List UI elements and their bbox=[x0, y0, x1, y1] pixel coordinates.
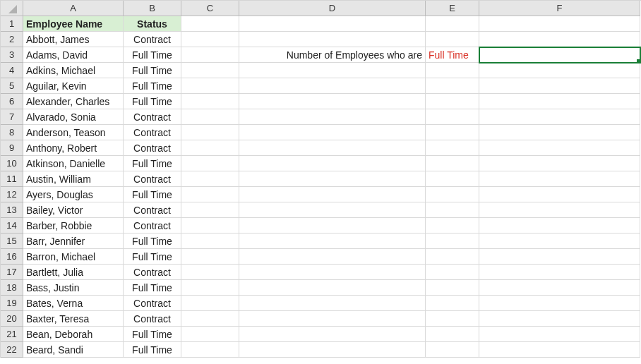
cell-B19[interactable]: Contract bbox=[124, 296, 181, 311]
cell-F18[interactable] bbox=[479, 280, 640, 296]
cell-E12[interactable] bbox=[426, 187, 479, 202]
cell-E6[interactable] bbox=[426, 94, 479, 109]
cell-A18[interactable]: Bass, Justin bbox=[23, 280, 124, 296]
cell-F16[interactable] bbox=[479, 249, 640, 265]
col-header-E[interactable]: E bbox=[426, 1, 479, 16]
cell-F5[interactable] bbox=[479, 78, 640, 94]
cell-D21[interactable] bbox=[239, 327, 426, 342]
cell-A16[interactable]: Barron, Michael bbox=[23, 249, 124, 265]
cell-E11[interactable] bbox=[426, 171, 479, 187]
cell-B22[interactable]: Full Time bbox=[124, 342, 181, 358]
cell-D1[interactable] bbox=[239, 16, 426, 32]
row-header-3[interactable]: 3 bbox=[1, 47, 23, 63]
cell-C15[interactable] bbox=[181, 233, 239, 249]
cell-B13[interactable]: Contract bbox=[124, 202, 181, 218]
cell-A17[interactable]: Bartlett, Julia bbox=[23, 265, 124, 280]
cell-C3[interactable] bbox=[181, 47, 239, 63]
selected-cell[interactable] bbox=[479, 47, 640, 63]
cell-A12[interactable]: Ayers, Douglas bbox=[23, 187, 124, 202]
cell-A22[interactable]: Beard, Sandi bbox=[23, 342, 124, 358]
cell-D2[interactable] bbox=[239, 32, 426, 47]
cell-C12[interactable] bbox=[181, 187, 239, 202]
cell-E13[interactable] bbox=[426, 202, 479, 218]
cell-F7[interactable] bbox=[479, 109, 640, 125]
cell-E10[interactable] bbox=[426, 156, 479, 171]
cell-E20[interactable] bbox=[426, 311, 479, 327]
cell-D22[interactable] bbox=[239, 342, 426, 358]
cell-B15[interactable]: Full Time bbox=[124, 233, 181, 249]
cell-C18[interactable] bbox=[181, 280, 239, 296]
cell-A3[interactable]: Adams, David bbox=[23, 47, 124, 63]
cell-D9[interactable] bbox=[239, 140, 426, 156]
cell-A4[interactable]: Adkins, Michael bbox=[23, 63, 124, 78]
cell-A5[interactable]: Aguilar, Kevin bbox=[23, 78, 124, 94]
cell-D6[interactable] bbox=[239, 94, 426, 109]
cell-B8[interactable]: Contract bbox=[124, 125, 181, 140]
cell-E5[interactable] bbox=[426, 78, 479, 94]
cell-C2[interactable] bbox=[181, 32, 239, 47]
cell-E15[interactable] bbox=[426, 233, 479, 249]
cell-D8[interactable] bbox=[239, 125, 426, 140]
row-header-6[interactable]: 6 bbox=[1, 94, 23, 109]
cell-C20[interactable] bbox=[181, 311, 239, 327]
cell-F20[interactable] bbox=[479, 311, 640, 327]
cell-D18[interactable] bbox=[239, 280, 426, 296]
cell-B10[interactable]: Full Time bbox=[124, 156, 181, 171]
cell-F1[interactable] bbox=[479, 16, 640, 32]
cell-B12[interactable]: Full Time bbox=[124, 187, 181, 202]
cell-D20[interactable] bbox=[239, 311, 426, 327]
cell-E2[interactable] bbox=[426, 32, 479, 47]
cell-A21[interactable]: Bean, Deborah bbox=[23, 327, 124, 342]
row-header-22[interactable]: 22 bbox=[1, 342, 23, 358]
cell-F22[interactable] bbox=[479, 342, 640, 358]
cell-B7[interactable]: Contract bbox=[124, 109, 181, 125]
cell-F8[interactable] bbox=[479, 125, 640, 140]
cell-B17[interactable]: Contract bbox=[124, 265, 181, 280]
cell-A15[interactable]: Barr, Jennifer bbox=[23, 233, 124, 249]
cell-C17[interactable] bbox=[181, 265, 239, 280]
cell-E19[interactable] bbox=[426, 296, 479, 311]
cell-C21[interactable] bbox=[181, 327, 239, 342]
col-header-C[interactable]: C bbox=[181, 1, 239, 16]
cell-C8[interactable] bbox=[181, 125, 239, 140]
row-header-8[interactable]: 8 bbox=[1, 125, 23, 140]
row-header-12[interactable]: 12 bbox=[1, 187, 23, 202]
cell-F6[interactable] bbox=[479, 94, 640, 109]
cell-E4[interactable] bbox=[426, 63, 479, 78]
cell-F13[interactable] bbox=[479, 202, 640, 218]
cell-E17[interactable] bbox=[426, 265, 479, 280]
cell-D12[interactable] bbox=[239, 187, 426, 202]
col-header-D[interactable]: D bbox=[239, 1, 426, 16]
cell-A19[interactable]: Bates, Verna bbox=[23, 296, 124, 311]
cell-C5[interactable] bbox=[181, 78, 239, 94]
cell-A20[interactable]: Baxter, Teresa bbox=[23, 311, 124, 327]
cell-D5[interactable] bbox=[239, 78, 426, 94]
row-header-13[interactable]: 13 bbox=[1, 202, 23, 218]
countif-label[interactable]: Number of Employees who are bbox=[239, 47, 426, 63]
cell-E8[interactable] bbox=[426, 125, 479, 140]
cell-D16[interactable] bbox=[239, 249, 426, 265]
cell-B1[interactable]: Status bbox=[124, 16, 181, 32]
cell-E22[interactable] bbox=[426, 342, 479, 358]
row-header-19[interactable]: 19 bbox=[1, 296, 23, 311]
cell-B5[interactable]: Full Time bbox=[124, 78, 181, 94]
cell-C22[interactable] bbox=[181, 342, 239, 358]
cell-A8[interactable]: Anderson, Teason bbox=[23, 125, 124, 140]
cell-F21[interactable] bbox=[479, 327, 640, 342]
cell-D7[interactable] bbox=[239, 109, 426, 125]
cell-E14[interactable] bbox=[426, 218, 479, 233]
cell-F9[interactable] bbox=[479, 140, 640, 156]
cell-C19[interactable] bbox=[181, 296, 239, 311]
cell-C11[interactable] bbox=[181, 171, 239, 187]
cell-F10[interactable] bbox=[479, 156, 640, 171]
cell-B11[interactable]: Contract bbox=[124, 171, 181, 187]
cell-D11[interactable] bbox=[239, 171, 426, 187]
cell-F17[interactable] bbox=[479, 265, 640, 280]
row-header-11[interactable]: 11 bbox=[1, 171, 23, 187]
cell-B21[interactable]: Full Time bbox=[124, 327, 181, 342]
cell-C6[interactable] bbox=[181, 94, 239, 109]
cell-E1[interactable] bbox=[426, 16, 479, 32]
cell-A7[interactable]: Alvarado, Sonia bbox=[23, 109, 124, 125]
cell-C14[interactable] bbox=[181, 218, 239, 233]
col-header-A[interactable]: A bbox=[23, 1, 124, 16]
